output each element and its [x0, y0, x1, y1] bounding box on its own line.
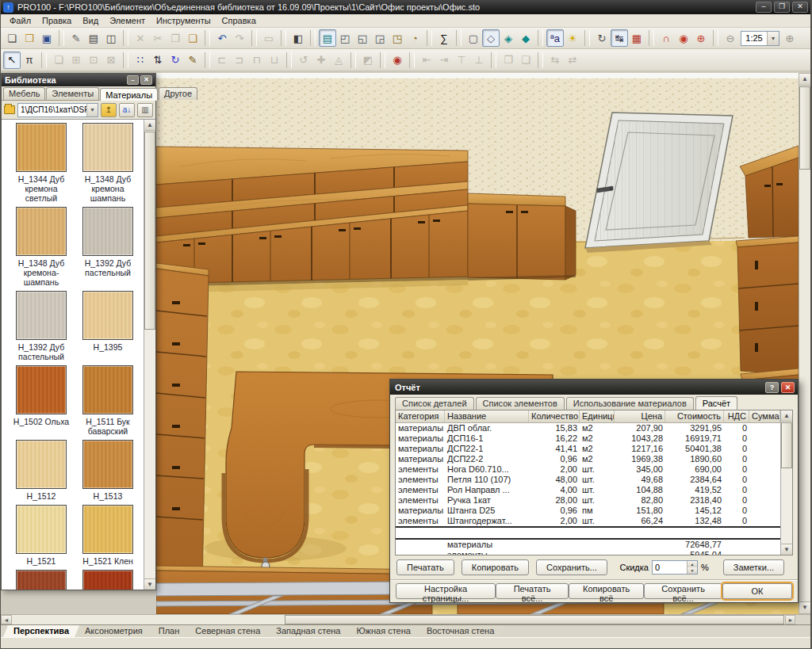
table-row[interactable]: элементыНога D60.710...2,00шт.345,00690,…	[396, 464, 780, 475]
zoom-selection-button[interactable]: ◰	[336, 29, 354, 47]
minimize-button[interactable]: –	[756, 2, 772, 13]
orbit-button[interactable]: ↻	[593, 29, 611, 47]
scroll-up-icon[interactable]: ▲	[144, 120, 155, 131]
print-preview-button[interactable]: ◫	[102, 29, 120, 47]
material-item[interactable]: Н_1348 Дуб кремона-шампань	[8, 207, 75, 287]
material-item[interactable]: Н_1348 Дуб кремона шампань	[75, 123, 141, 203]
scrollbar-thumb[interactable]	[285, 615, 784, 624]
library-tab-other[interactable]: Другое	[159, 87, 197, 100]
view-tab-east-wall[interactable]: Восточная стена	[416, 625, 504, 637]
materials-window-button[interactable]: ◳	[389, 29, 406, 47]
table-row[interactable]: материалыДСП16-116,22м21043,2816919,710	[396, 433, 780, 444]
magnet-button[interactable]: ∩	[657, 29, 675, 47]
scroll-up-icon[interactable]: ▲	[799, 74, 810, 86]
scroll-down-icon[interactable]: ▼	[799, 601, 810, 613]
library-title-bar[interactable]: Библиотека – ✕	[2, 74, 155, 86]
library-path-select[interactable]: 1\ДСП16\1кат\DSP Eg ▾	[17, 103, 98, 117]
copy-button[interactable]: Копировать	[462, 559, 529, 575]
folder-up-button[interactable]: ↥	[101, 103, 117, 117]
dimensions-window-button[interactable]: ◲	[371, 29, 389, 47]
close-button[interactable]: ✕	[792, 2, 808, 13]
scrollbar-thumb[interactable]	[799, 86, 810, 170]
page-setup-button[interactable]: Настройка страницы...	[396, 583, 496, 599]
column-header[interactable]: Сумма Н...	[749, 410, 780, 422]
menu-item-element[interactable]: Элемент	[104, 15, 151, 26]
table-row[interactable]: материалыДВП облаг.15,83м2207,903291,950	[396, 423, 780, 433]
notes-button[interactable]: Заметки...	[723, 559, 784, 575]
table-row[interactable]: материалыДСП22-141,41м21217,1650401,380	[396, 444, 780, 454]
table-row[interactable]: материалыДСП22-20,96м21969,381890,600	[396, 454, 780, 464]
dialog-close-button[interactable]: ✕	[781, 382, 795, 393]
material-item[interactable]: Н_1392 Дуб пастельный	[8, 291, 75, 361]
new-button[interactable]: ❏	[3, 29, 21, 47]
column-header[interactable]: Категория	[396, 410, 445, 422]
autosave-button[interactable]: ◔	[406, 29, 423, 47]
render-textured-button[interactable]: ◆	[517, 29, 534, 47]
view-tab-axonometry[interactable]: Аксонометрия	[75, 625, 153, 637]
scroll-down-icon[interactable]: ▼	[144, 578, 155, 590]
open-button[interactable]: ❒	[21, 29, 38, 47]
menu-item-view[interactable]: Вид	[77, 15, 104, 26]
collision-button[interactable]: ◉	[389, 52, 406, 69]
library-minimize-button[interactable]: –	[127, 75, 139, 85]
dialog-help-button[interactable]: ?	[765, 382, 779, 393]
distribute-button[interactable]: ⇅	[149, 52, 167, 69]
print-button[interactable]: Печатать	[396, 559, 454, 575]
scroll-down-icon[interactable]: ▼	[781, 544, 792, 555]
scrollbar-thumb[interactable]	[781, 422, 792, 468]
menu-item-help[interactable]: Справка	[216, 15, 262, 26]
object-properties-button[interactable]: ◱	[354, 29, 371, 47]
view-tab-north-wall[interactable]: Северная стена	[185, 625, 270, 637]
table-row[interactable]: элементыШтангодержат...2,00шт.66,24132,4…	[396, 516, 780, 526]
save-all-button[interactable]: Сохранить всё...	[644, 583, 722, 599]
view-tab-west-wall[interactable]: Западная стена	[266, 625, 350, 637]
panels-button[interactable]: ◧	[289, 29, 307, 47]
column-header[interactable]: Количество	[529, 410, 580, 422]
report-tab-materials-usage[interactable]: Использование материалов	[566, 397, 694, 410]
grid-button[interactable]: ▦	[628, 29, 645, 47]
save-button[interactable]: Сохранить...	[536, 559, 607, 575]
print-all-button[interactable]: Печатать всё...	[496, 583, 569, 599]
view-tab-south-wall[interactable]: Южная стена	[346, 625, 420, 637]
zoom-scale-select[interactable]: 1:25▾	[741, 31, 779, 46]
restore-button[interactable]: ❐	[774, 2, 790, 13]
report-tab-calculation[interactable]: Расчёт	[695, 396, 737, 410]
discount-spinner[interactable]: 0 ▲ ▼	[652, 560, 698, 575]
left-cabinet[interactable]	[156, 263, 209, 586]
material-item[interactable]: Н_1502 Ольха	[8, 365, 75, 436]
zoom-in-button[interactable]: ⊕	[781, 29, 799, 47]
library-close-button[interactable]: ✕	[140, 75, 152, 85]
view-tab-plan[interactable]: План	[148, 625, 190, 637]
render-hidden-button[interactable]: ◇	[482, 29, 500, 47]
table-row[interactable]: материалыШтанга D250,96пм151,80145,120	[396, 506, 780, 516]
scroll-left-icon[interactable]: ◄	[1, 615, 12, 624]
library-toggle-button[interactable]: ▤	[319, 29, 336, 47]
labels-button[interactable]: ªa	[546, 29, 564, 47]
column-header[interactable]: Стоимость	[665, 410, 724, 422]
scroll-up-icon[interactable]: ▲	[781, 410, 792, 422]
material-item[interactable]: Н_1395	[75, 291, 141, 361]
table-row[interactable]: элементыРучка 1кат28,00шт.82,802318,400	[396, 495, 780, 506]
select-tool-button[interactable]: ↖	[3, 52, 21, 69]
copy-all-button[interactable]: Копировать всё	[569, 583, 644, 599]
menu-item-tools[interactable]: Инструменты	[151, 15, 216, 26]
material-item[interactable]: Н_1511 Бук баварский	[75, 365, 141, 436]
column-header[interactable]: НДС	[724, 410, 749, 422]
menu-item-file[interactable]: Файл	[4, 15, 36, 26]
scrollbar-thumb[interactable]	[144, 132, 155, 330]
lighting-button[interactable]: ☀	[564, 29, 581, 47]
menu-item-edit[interactable]: Правка	[36, 15, 77, 26]
material-item[interactable]: Н_1530	[8, 570, 75, 590]
workbench-button[interactable]: π	[21, 52, 38, 69]
chevron-down-icon[interactable]: ▾	[767, 32, 779, 45]
material-item[interactable]: Н_1521 Клен	[75, 505, 141, 566]
table-row[interactable]: элементыРол Направл ...4,00шт.104,88419,…	[396, 485, 780, 495]
endpoints-button[interactable]: ∷	[132, 52, 149, 69]
material-item[interactable]: Н_1530 Груша	[75, 570, 141, 590]
library-scrollbar[interactable]: ▲ ▼	[144, 120, 155, 590]
table-scrollbar[interactable]: ▲ ▼	[780, 410, 792, 555]
sort-button[interactable]: a↓	[119, 103, 135, 117]
print-button[interactable]: ▤	[85, 29, 102, 47]
material-item[interactable]: Н_1521	[8, 505, 75, 566]
library-tab-elements[interactable]: Элементы	[46, 87, 99, 100]
